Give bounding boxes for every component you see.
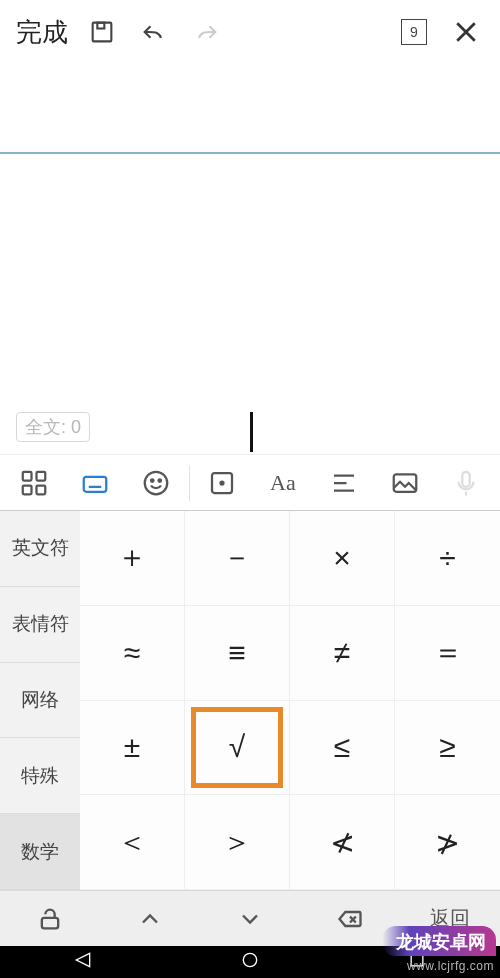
symbol-key[interactable]: ≮ — [290, 795, 395, 890]
lock-icon[interactable] — [0, 891, 100, 946]
text-format-icon[interactable]: Aa — [255, 455, 312, 510]
category-2[interactable]: 网络 — [0, 663, 80, 739]
svg-rect-3 — [37, 471, 46, 480]
word-count-badge: 全文: 0 — [16, 412, 90, 442]
symbol-key[interactable]: ≯ — [395, 795, 500, 890]
editor-area[interactable]: 全文: 0 — [0, 64, 500, 454]
symbol-key[interactable]: － — [185, 511, 290, 606]
symbol-key[interactable]: ± — [80, 701, 185, 796]
svg-rect-16 — [411, 954, 423, 966]
apps-icon[interactable] — [6, 455, 63, 510]
category-4[interactable]: 数学 — [0, 814, 80, 890]
save-icon[interactable] — [80, 10, 124, 54]
expand-down-icon[interactable] — [200, 891, 300, 946]
undo-icon[interactable] — [132, 10, 176, 54]
svg-point-9 — [159, 479, 162, 482]
symbol-key[interactable]: ＞ — [185, 795, 290, 890]
svg-point-15 — [243, 953, 256, 966]
svg-point-11 — [221, 481, 224, 484]
backspace-icon[interactable] — [300, 891, 400, 946]
align-icon[interactable] — [315, 455, 372, 510]
collapse-up-icon[interactable] — [100, 891, 200, 946]
svg-rect-0 — [93, 23, 112, 42]
android-navbar — [0, 946, 500, 978]
image-icon[interactable] — [376, 455, 433, 510]
text-cursor — [250, 412, 253, 452]
mic-icon — [437, 455, 494, 510]
done-button[interactable]: 完成 — [12, 15, 72, 50]
return-button[interactable]: 返回 — [400, 891, 500, 946]
svg-point-8 — [151, 479, 154, 482]
svg-rect-13 — [462, 471, 470, 486]
svg-rect-2 — [23, 471, 32, 480]
category-1[interactable]: 表情符 — [0, 587, 80, 663]
symbol-key[interactable]: ＜ — [80, 795, 185, 890]
symbol-key[interactable]: ÷ — [395, 511, 500, 606]
page-counter[interactable]: 9 — [392, 10, 436, 54]
fullscreen-icon[interactable] — [194, 455, 251, 510]
category-3[interactable]: 特殊 — [0, 738, 80, 814]
symbol-key[interactable]: ≈ — [80, 606, 185, 701]
close-icon[interactable] — [444, 10, 488, 54]
symbol-key[interactable]: ≥ — [395, 701, 500, 796]
symbol-key[interactable]: √ — [185, 701, 290, 796]
nav-back-icon[interactable] — [73, 950, 93, 974]
symbol-key[interactable]: × — [290, 511, 395, 606]
title-divider — [0, 152, 500, 154]
symbol-key[interactable]: ＝ — [395, 606, 500, 701]
svg-rect-5 — [37, 485, 46, 494]
svg-rect-1 — [97, 23, 104, 29]
svg-rect-14 — [42, 917, 58, 928]
category-0[interactable]: 英文符 — [0, 511, 80, 587]
emoji-icon[interactable] — [128, 455, 185, 510]
svg-rect-6 — [84, 476, 107, 491]
svg-point-7 — [145, 471, 168, 494]
symbol-key[interactable]: ＋ — [80, 511, 185, 606]
symbol-key[interactable]: ≡ — [185, 606, 290, 701]
symbol-key[interactable]: ≠ — [290, 606, 395, 701]
symbol-key[interactable]: ≤ — [290, 701, 395, 796]
svg-rect-12 — [393, 474, 416, 492]
nav-home-icon[interactable] — [240, 950, 260, 974]
svg-rect-4 — [23, 485, 32, 494]
keyboard-icon[interactable] — [67, 455, 124, 510]
nav-recent-icon[interactable] — [407, 950, 427, 974]
redo-icon — [184, 10, 228, 54]
